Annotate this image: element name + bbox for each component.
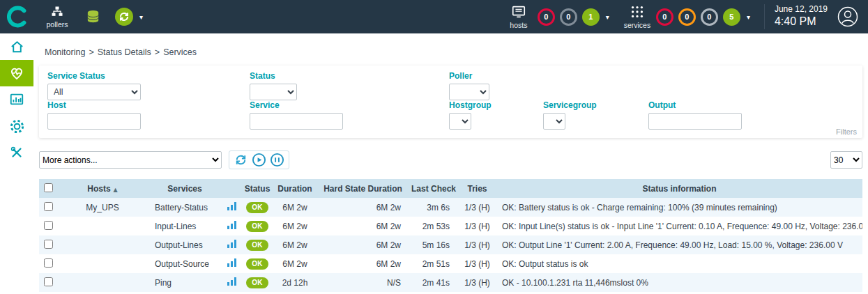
centreon-logo[interactable] bbox=[0, 0, 36, 33]
actions-bar: More actions... bbox=[39, 150, 862, 169]
row-checkbox[interactable] bbox=[44, 258, 53, 268]
chevron-down-icon[interactable]: ▾ bbox=[747, 13, 750, 21]
service-cell[interactable]: Battery-Status bbox=[148, 198, 222, 217]
select-all-checkbox[interactable] bbox=[44, 183, 53, 192]
last-check-cell: 5m 16s bbox=[409, 235, 458, 254]
duration-cell: 6M 2w bbox=[273, 217, 317, 235]
tries-cell: 1/3 (H) bbox=[458, 273, 496, 292]
header-tries[interactable]: Tries bbox=[458, 179, 496, 198]
poller-select[interactable] bbox=[449, 84, 489, 100]
hostgroup-select[interactable] bbox=[449, 113, 471, 130]
duration-cell: 6M 2w bbox=[273, 254, 317, 273]
table-row: My_UPS Battery-Status OK 6M 2w 6M 2w 3m … bbox=[39, 198, 862, 217]
select-all-header[interactable] bbox=[39, 179, 57, 198]
refresh-icon bbox=[234, 153, 248, 167]
pollers-status[interactable]: pollers bbox=[43, 5, 71, 29]
table-row: Output-Source OK 6M 2w 6M 2w 2m 51s 1/3 … bbox=[39, 254, 862, 273]
hosts-unreachable-badge[interactable]: 0 bbox=[560, 8, 577, 26]
host-cell[interactable] bbox=[57, 235, 148, 254]
breadcrumb-separator: > bbox=[155, 47, 160, 57]
db-status[interactable] bbox=[85, 9, 101, 25]
status-information-cell: OK: Input Line(s) status is ok - Input L… bbox=[496, 217, 862, 235]
breadcrumb: Monitoring>Status Details>Services bbox=[33, 33, 868, 65]
poller-state-group[interactable]: ▾ bbox=[115, 8, 143, 26]
header-status[interactable]: Status bbox=[241, 179, 273, 198]
host-cell[interactable] bbox=[57, 217, 148, 235]
play-button[interactable] bbox=[252, 153, 266, 167]
service-status-label: Service Status bbox=[47, 71, 141, 81]
table-header-row: Hosts▲ Services Status Duration Hard Sta… bbox=[39, 179, 862, 198]
services-critical-badge[interactable]: 0 bbox=[656, 8, 673, 26]
header-hosts[interactable]: Hosts▲ bbox=[57, 179, 148, 198]
hosts-up-badge[interactable]: 1 bbox=[582, 8, 600, 26]
graph-cell[interactable] bbox=[222, 273, 241, 292]
graph-cell[interactable] bbox=[222, 235, 241, 254]
hard-state-duration-cell: 6M 2w bbox=[317, 217, 409, 235]
output-input[interactable] bbox=[648, 113, 742, 130]
output-label: Output bbox=[648, 100, 742, 110]
host-input[interactable] bbox=[47, 113, 141, 130]
service-table-body: My_UPS Battery-Status OK 6M 2w 6M 2w 3m … bbox=[39, 198, 862, 292]
service-cell[interactable]: Output-Source bbox=[148, 254, 222, 273]
graph-cell[interactable] bbox=[222, 254, 241, 273]
hosts-down-badge[interactable]: 0 bbox=[538, 8, 555, 26]
service-cell[interactable]: Ping bbox=[148, 273, 222, 292]
host-cell[interactable] bbox=[57, 273, 148, 292]
row-checkbox[interactable] bbox=[44, 277, 53, 286]
services-ok-badge[interactable]: 5 bbox=[723, 8, 740, 26]
services-unknown-badge[interactable]: 0 bbox=[701, 8, 718, 26]
page-size-select[interactable]: 30 bbox=[830, 151, 862, 169]
last-check-cell: 2m 41s bbox=[409, 273, 458, 292]
sidebar-item-monitoring[interactable] bbox=[0, 60, 33, 86]
breadcrumb-item-services[interactable]: Services bbox=[163, 47, 197, 57]
row-checkbox[interactable] bbox=[44, 240, 53, 249]
service-cell[interactable]: Output-Lines bbox=[148, 235, 222, 254]
status-information-cell: OK: Output Line '1' Current: 2.00 A, Fre… bbox=[496, 235, 862, 254]
sidebar-item-home[interactable] bbox=[0, 33, 33, 60]
status-select[interactable] bbox=[250, 84, 297, 100]
graph-cell[interactable] bbox=[222, 198, 241, 217]
header-last-check[interactable]: Last Check bbox=[409, 179, 458, 198]
sidebar bbox=[0, 33, 33, 294]
sidebar-item-reporting[interactable] bbox=[0, 86, 33, 113]
pollers-group: pollers bbox=[43, 5, 71, 29]
refresh-button[interactable] bbox=[234, 153, 248, 167]
status-badge: OK bbox=[246, 221, 268, 232]
header-status-information[interactable]: Status information bbox=[496, 179, 862, 198]
more-actions-select[interactable]: More actions... bbox=[39, 151, 222, 169]
host-cell[interactable]: My_UPS bbox=[57, 198, 148, 217]
services-warning-badge[interactable]: 0 bbox=[678, 8, 696, 26]
servicegroup-select[interactable] bbox=[543, 113, 565, 130]
header-services[interactable]: Services bbox=[148, 179, 222, 198]
breadcrumb-item-monitoring[interactable]: Monitoring bbox=[45, 47, 85, 57]
profile-button[interactable] bbox=[837, 6, 858, 27]
database-icon bbox=[85, 9, 101, 25]
status-badge: OK bbox=[246, 277, 268, 288]
row-checkbox[interactable] bbox=[44, 221, 53, 230]
status-information-cell: OK: Battery status is ok - Charge remain… bbox=[496, 198, 862, 217]
sort-asc-icon: ▲ bbox=[114, 187, 118, 193]
service-cell[interactable]: Input-Lines bbox=[148, 217, 222, 235]
hosts-status[interactable]: hosts bbox=[505, 4, 533, 29]
header-duration[interactable]: Duration bbox=[273, 179, 317, 198]
breadcrumb-item-status-details[interactable]: Status Details bbox=[98, 47, 151, 57]
row-checkbox[interactable] bbox=[44, 202, 53, 211]
services-status[interactable]: services bbox=[623, 4, 651, 29]
poller-sync-icon bbox=[115, 8, 133, 26]
hosts-status-group: hosts 0 0 1 ▾ bbox=[505, 4, 609, 29]
sidebar-item-configuration[interactable] bbox=[0, 113, 33, 139]
poller-label: Poller bbox=[449, 71, 489, 81]
service-status-select[interactable]: All bbox=[47, 84, 141, 100]
header-hard-state-duration[interactable]: Hard State Duration bbox=[317, 179, 409, 198]
services-table: Hosts▲ Services Status Duration Hard Sta… bbox=[39, 179, 862, 292]
host-cell[interactable] bbox=[57, 254, 148, 273]
service-input[interactable] bbox=[250, 113, 343, 130]
mini-graph-icon bbox=[227, 221, 236, 229]
service-label: Service bbox=[250, 100, 343, 110]
graph-cell[interactable] bbox=[222, 217, 241, 235]
topbar: pollers ▾ hosts 0 0 1 bbox=[0, 0, 868, 33]
chevron-down-icon[interactable]: ▾ bbox=[606, 13, 609, 21]
tools-icon bbox=[9, 145, 24, 160]
sidebar-item-administration[interactable] bbox=[0, 139, 33, 166]
pause-button[interactable] bbox=[270, 153, 284, 167]
